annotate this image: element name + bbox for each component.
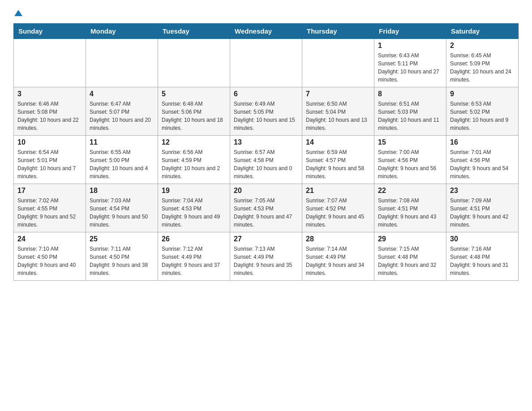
day-info: Sunrise: 6:48 AM Sunset: 5:06 PM Dayligh…	[162, 100, 226, 132]
day-number: 4	[90, 90, 154, 98]
day-number: 1	[378, 42, 442, 50]
day-number: 17	[17, 187, 82, 195]
calendar-cell: 24Sunrise: 7:10 AM Sunset: 4:50 PM Dayli…	[14, 232, 86, 281]
col-wednesday: Wednesday	[230, 24, 302, 39]
day-number: 27	[234, 235, 298, 243]
col-tuesday: Tuesday	[158, 24, 230, 39]
day-number: 23	[450, 187, 515, 195]
day-info: Sunrise: 6:54 AM Sunset: 5:01 PM Dayligh…	[17, 148, 82, 180]
day-number: 10	[17, 138, 82, 146]
calendar-week-row: 17Sunrise: 7:02 AM Sunset: 4:55 PM Dayli…	[14, 184, 519, 232]
day-info: Sunrise: 7:01 AM Sunset: 4:56 PM Dayligh…	[450, 148, 515, 180]
day-number: 28	[306, 235, 370, 243]
day-info: Sunrise: 6:45 AM Sunset: 5:09 PM Dayligh…	[450, 51, 515, 84]
day-info: Sunrise: 6:49 AM Sunset: 5:05 PM Dayligh…	[234, 100, 298, 132]
calendar-cell: 8Sunrise: 6:51 AM Sunset: 5:03 PM Daylig…	[374, 87, 446, 136]
day-info: Sunrise: 6:43 AM Sunset: 5:11 PM Dayligh…	[378, 51, 442, 84]
day-info: Sunrise: 7:03 AM Sunset: 4:54 PM Dayligh…	[90, 197, 154, 229]
calendar-table: Sunday Monday Tuesday Wednesday Thursday…	[13, 23, 519, 281]
day-info: Sunrise: 6:46 AM Sunset: 5:08 PM Dayligh…	[17, 100, 82, 132]
day-number: 5	[162, 90, 226, 98]
calendar-cell: 16Sunrise: 7:01 AM Sunset: 4:56 PM Dayli…	[446, 136, 519, 184]
calendar-cell: 30Sunrise: 7:16 AM Sunset: 4:48 PM Dayli…	[446, 232, 519, 281]
day-info: Sunrise: 6:50 AM Sunset: 5:04 PM Dayligh…	[306, 100, 370, 132]
day-info: Sunrise: 7:00 AM Sunset: 4:56 PM Dayligh…	[378, 148, 442, 180]
day-info: Sunrise: 7:13 AM Sunset: 4:49 PM Dayligh…	[234, 245, 298, 277]
calendar-cell: 28Sunrise: 7:14 AM Sunset: 4:49 PM Dayli…	[302, 232, 374, 281]
day-info: Sunrise: 6:55 AM Sunset: 5:00 PM Dayligh…	[90, 148, 154, 180]
page-header	[13, 9, 519, 19]
day-number: 25	[90, 235, 154, 243]
calendar-cell: 1Sunrise: 6:43 AM Sunset: 5:11 PM Daylig…	[374, 39, 446, 87]
calendar-header-row: Sunday Monday Tuesday Wednesday Thursday…	[14, 24, 519, 39]
day-number: 9	[450, 90, 515, 98]
calendar-cell: 29Sunrise: 7:15 AM Sunset: 4:48 PM Dayli…	[374, 232, 446, 281]
day-info: Sunrise: 7:15 AM Sunset: 4:48 PM Dayligh…	[378, 245, 442, 277]
calendar-cell: 20Sunrise: 7:05 AM Sunset: 4:53 PM Dayli…	[230, 184, 302, 232]
calendar-cell: 27Sunrise: 7:13 AM Sunset: 4:49 PM Dayli…	[230, 232, 302, 281]
calendar-cell: 9Sunrise: 6:53 AM Sunset: 5:02 PM Daylig…	[446, 87, 519, 136]
day-number: 13	[234, 138, 298, 146]
day-number: 29	[378, 235, 442, 243]
calendar-cell: 5Sunrise: 6:48 AM Sunset: 5:06 PM Daylig…	[158, 87, 230, 136]
calendar-cell: 17Sunrise: 7:02 AM Sunset: 4:55 PM Dayli…	[14, 184, 86, 232]
col-thursday: Thursday	[302, 24, 374, 39]
day-info: Sunrise: 7:02 AM Sunset: 4:55 PM Dayligh…	[17, 197, 82, 229]
calendar-week-row: 3Sunrise: 6:46 AM Sunset: 5:08 PM Daylig…	[14, 87, 519, 136]
calendar-cell	[86, 39, 158, 87]
calendar-cell: 19Sunrise: 7:04 AM Sunset: 4:53 PM Dayli…	[158, 184, 230, 232]
calendar-cell: 7Sunrise: 6:50 AM Sunset: 5:04 PM Daylig…	[302, 87, 374, 136]
day-number: 21	[306, 187, 370, 195]
day-number: 2	[450, 42, 515, 50]
day-number: 16	[450, 138, 515, 146]
calendar-cell: 26Sunrise: 7:12 AM Sunset: 4:49 PM Dayli…	[158, 232, 230, 281]
day-number: 24	[17, 235, 82, 243]
calendar-cell: 13Sunrise: 6:57 AM Sunset: 4:58 PM Dayli…	[230, 136, 302, 184]
calendar-cell: 15Sunrise: 7:00 AM Sunset: 4:56 PM Dayli…	[374, 136, 446, 184]
day-number: 3	[17, 90, 82, 98]
day-info: Sunrise: 7:10 AM Sunset: 4:50 PM Dayligh…	[17, 245, 82, 277]
calendar-cell: 3Sunrise: 6:46 AM Sunset: 5:08 PM Daylig…	[14, 87, 86, 136]
day-info: Sunrise: 7:09 AM Sunset: 4:51 PM Dayligh…	[450, 197, 515, 229]
day-info: Sunrise: 6:57 AM Sunset: 4:58 PM Dayligh…	[234, 148, 298, 180]
col-monday: Monday	[86, 24, 158, 39]
day-info: Sunrise: 7:07 AM Sunset: 4:52 PM Dayligh…	[306, 197, 370, 229]
calendar-cell: 21Sunrise: 7:07 AM Sunset: 4:52 PM Dayli…	[302, 184, 374, 232]
day-info: Sunrise: 6:53 AM Sunset: 5:02 PM Dayligh…	[450, 100, 515, 132]
calendar-cell: 12Sunrise: 6:56 AM Sunset: 4:59 PM Dayli…	[158, 136, 230, 184]
day-info: Sunrise: 7:16 AM Sunset: 4:48 PM Dayligh…	[450, 245, 515, 277]
calendar-week-row: 1Sunrise: 6:43 AM Sunset: 5:11 PM Daylig…	[14, 39, 519, 87]
day-number: 11	[90, 138, 154, 146]
col-friday: Friday	[374, 24, 446, 39]
logo-triangle-icon	[14, 9, 22, 19]
day-number: 19	[162, 187, 226, 195]
day-info: Sunrise: 7:14 AM Sunset: 4:49 PM Dayligh…	[306, 245, 370, 277]
calendar-cell: 25Sunrise: 7:11 AM Sunset: 4:50 PM Dayli…	[86, 232, 158, 281]
day-info: Sunrise: 6:59 AM Sunset: 4:57 PM Dayligh…	[306, 148, 370, 180]
day-info: Sunrise: 7:08 AM Sunset: 4:51 PM Dayligh…	[378, 197, 442, 229]
day-number: 14	[306, 138, 370, 146]
logo-general-row	[13, 9, 22, 19]
col-sunday: Sunday	[14, 24, 86, 39]
calendar-week-row: 24Sunrise: 7:10 AM Sunset: 4:50 PM Dayli…	[14, 232, 519, 281]
calendar-cell: 14Sunrise: 6:59 AM Sunset: 4:57 PM Dayli…	[302, 136, 374, 184]
day-info: Sunrise: 7:11 AM Sunset: 4:50 PM Dayligh…	[90, 245, 154, 277]
calendar-cell: 11Sunrise: 6:55 AM Sunset: 5:00 PM Dayli…	[86, 136, 158, 184]
day-info: Sunrise: 7:12 AM Sunset: 4:49 PM Dayligh…	[162, 245, 226, 277]
calendar-cell: 4Sunrise: 6:47 AM Sunset: 5:07 PM Daylig…	[86, 87, 158, 136]
day-number: 22	[378, 187, 442, 195]
calendar-cell	[302, 39, 374, 87]
day-number: 30	[450, 235, 515, 243]
calendar-cell: 2Sunrise: 6:45 AM Sunset: 5:09 PM Daylig…	[446, 39, 519, 87]
calendar-cell	[14, 39, 86, 87]
day-info: Sunrise: 6:47 AM Sunset: 5:07 PM Dayligh…	[90, 100, 154, 132]
calendar-cell: 23Sunrise: 7:09 AM Sunset: 4:51 PM Dayli…	[446, 184, 519, 232]
day-info: Sunrise: 7:05 AM Sunset: 4:53 PM Dayligh…	[234, 197, 298, 229]
calendar-cell: 10Sunrise: 6:54 AM Sunset: 5:01 PM Dayli…	[14, 136, 86, 184]
calendar-cell	[230, 39, 302, 87]
day-number: 8	[378, 90, 442, 98]
day-info: Sunrise: 7:04 AM Sunset: 4:53 PM Dayligh…	[162, 197, 226, 229]
day-number: 26	[162, 235, 226, 243]
day-number: 15	[378, 138, 442, 146]
day-number: 20	[234, 187, 298, 195]
